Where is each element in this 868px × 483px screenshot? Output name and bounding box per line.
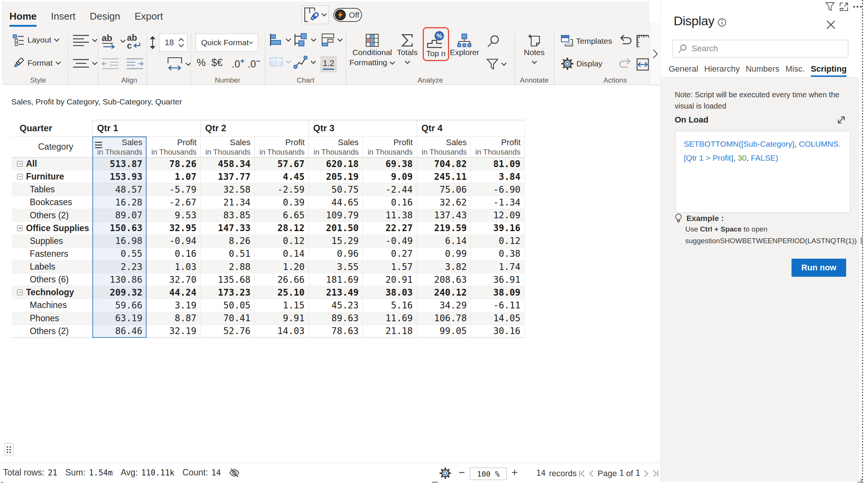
value-cell[interactable]: 26.66	[254, 273, 309, 286]
value-cell[interactable]: 1.07	[146, 170, 200, 183]
format-button[interactable]: Format	[12, 57, 61, 69]
row-dimension-header[interactable]: Quarter	[12, 120, 92, 136]
templates-button[interactable]: Templates	[561, 35, 612, 48]
value-cell[interactable]: 11.38	[362, 209, 417, 222]
fit-width-button[interactable]	[636, 58, 649, 71]
value-cell[interactable]: 32.62	[417, 196, 471, 209]
value-cell[interactable]: 22.27	[362, 222, 417, 235]
first-page-icon[interactable]	[579, 470, 586, 477]
column-width-button[interactable]	[167, 57, 191, 72]
value-cell[interactable]: 0.27	[362, 248, 417, 260]
ribbon-tab-export[interactable]: Export	[134, 11, 163, 25]
text-direction-button[interactable]: ab	[102, 34, 126, 49]
matrix-chart-button[interactable]	[321, 33, 343, 46]
value-cell[interactable]: 205.19	[309, 170, 363, 183]
zoom-in-button[interactable]: +	[509, 466, 520, 479]
value-cell[interactable]: 240.12	[417, 286, 471, 299]
value-cell[interactable]: 50.05	[200, 299, 255, 311]
last-page-icon[interactable]	[651, 470, 659, 477]
value-cell[interactable]: 44.65	[309, 196, 363, 209]
value-cell[interactable]: 0.55	[92, 248, 147, 260]
value-cell[interactable]: 81.09	[471, 158, 525, 170]
panel-tab-hierarchy[interactable]: Hierarchy	[704, 64, 740, 77]
row-label[interactable]: All	[12, 158, 92, 170]
ribbon-expand-button[interactable]	[649, 23, 660, 85]
zoom-out-button[interactable]: −	[457, 466, 467, 479]
value-cell[interactable]: 39.16	[471, 222, 525, 235]
redo-button[interactable]	[619, 58, 632, 70]
value-cell[interactable]: 28.12	[254, 222, 309, 235]
notes-button[interactable]: Notes	[523, 34, 546, 64]
quarter-header[interactable]: Qtr 1	[92, 120, 200, 136]
quarter-header[interactable]: Qtr 4	[417, 120, 525, 136]
visual-drag-handle[interactable]	[4, 443, 14, 456]
ruler-button[interactable]	[636, 35, 649, 48]
decimal-places-button[interactable]: 1.2	[320, 56, 337, 72]
value-cell[interactable]: 9.09	[362, 170, 417, 183]
value-cell[interactable]: 0.39	[254, 196, 309, 209]
value-cell[interactable]: 0.12	[471, 235, 525, 247]
focus-mode-icon[interactable]	[839, 2, 849, 12]
value-cell[interactable]: 32.58	[200, 183, 255, 196]
value-cell[interactable]: 1.57	[362, 261, 417, 273]
value-cell[interactable]: -0.94	[146, 235, 200, 247]
display-button[interactable]: Display	[561, 57, 602, 70]
value-cell[interactable]: 704.82	[417, 158, 471, 170]
align-horizontal-button[interactable]	[73, 35, 98, 46]
measure-header[interactable]: Salesin Thousands	[200, 136, 255, 157]
value-cell[interactable]: 150.63	[92, 222, 147, 235]
row-label[interactable]: Furniture	[12, 170, 92, 183]
row-label[interactable]: Fasteners	[12, 248, 92, 260]
collapse-icon[interactable]	[17, 225, 23, 231]
indent-decrease-button[interactable]	[102, 58, 119, 69]
value-cell[interactable]: 213.49	[309, 286, 363, 299]
value-cell[interactable]: 0.99	[417, 248, 471, 260]
value-cell[interactable]: 75.06	[417, 183, 471, 196]
row-label[interactable]: Technology	[12, 286, 92, 299]
value-cell[interactable]: 25.10	[254, 286, 309, 299]
panel-tab-general[interactable]: General	[669, 64, 698, 77]
value-cell[interactable]: 5.16	[362, 299, 417, 311]
value-cell[interactable]: 3.84	[471, 170, 525, 183]
hide-summary-icon[interactable]	[229, 468, 240, 478]
measure-header[interactable]: Profitin Thousands	[471, 136, 525, 157]
value-cell[interactable]: 11.69	[362, 312, 417, 325]
value-cell[interactable]: 78.63	[309, 325, 363, 337]
value-cell[interactable]: 45.23	[309, 299, 363, 311]
value-cell[interactable]: 21.34	[200, 196, 255, 209]
prev-page-icon[interactable]	[589, 470, 594, 477]
value-cell[interactable]: 458.34	[200, 158, 255, 170]
value-cell[interactable]: 147.33	[200, 222, 255, 235]
font-size-spin-buttons[interactable]	[178, 38, 184, 47]
value-cell[interactable]: 4.45	[254, 170, 309, 183]
resize-handle-corner-h[interactable]	[857, 481, 863, 483]
script-editor[interactable]: SETBOTTOMN([Sub-Category], COLUMNS.[Qtr …	[675, 131, 850, 213]
ribbon-tab-home[interactable]: Home	[9, 11, 37, 25]
value-cell[interactable]: 106.78	[417, 312, 471, 325]
row-label[interactable]: Others (2)	[12, 325, 92, 337]
value-cell[interactable]: 513.87	[92, 158, 147, 170]
value-cell[interactable]: 3.19	[146, 299, 200, 311]
value-cell[interactable]: 38.09	[471, 286, 525, 299]
value-cell[interactable]: 36.91	[471, 273, 525, 286]
value-cell[interactable]: 32.19	[146, 325, 200, 337]
value-cell[interactable]: 59.66	[92, 299, 147, 311]
info-icon[interactable]	[718, 18, 726, 27]
zoom-level-input[interactable]: 100 %	[470, 468, 507, 480]
column-dimension-header[interactable]: Category	[12, 136, 92, 157]
indent-increase-button[interactable]	[126, 58, 144, 69]
value-cell[interactable]: 78.26	[146, 158, 200, 170]
measure-header[interactable]: Profitin Thousands	[362, 136, 417, 157]
collapse-icon[interactable]	[17, 290, 23, 295]
close-icon[interactable]	[826, 20, 836, 30]
value-cell[interactable]: 8.26	[200, 235, 255, 247]
table-settings-gear-icon[interactable]	[439, 467, 451, 479]
quick-format-dropdown[interactable]: Quick Format	[196, 34, 258, 52]
resize-handle-right[interactable]	[860, 237, 863, 244]
value-cell[interactable]: 89.07	[92, 209, 147, 222]
value-cell[interactable]: 109.79	[309, 209, 363, 222]
quarter-header[interactable]: Qtr 3	[309, 120, 417, 136]
value-cell[interactable]: 0.51	[200, 248, 255, 260]
top-n-button[interactable]: % Top n	[423, 31, 449, 58]
measure-header[interactable]: Salesin Thousands	[309, 136, 363, 157]
